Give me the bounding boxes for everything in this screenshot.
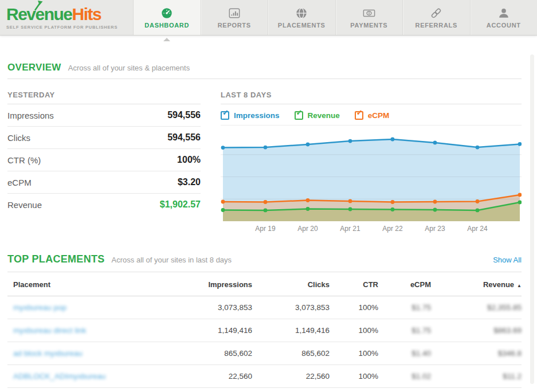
nav-tab-dashboard[interactable]: DASHBOARD [133,0,201,35]
revenuehits-logo[interactable]: RevenueHits SELF SERVICE PLATFORM FOR PU… [0,0,133,35]
show-all-link[interactable]: Show All [493,256,522,264]
metric-row-impressions: Impressions594,556 [7,104,201,127]
data-point [221,146,225,150]
cell-clicks: 1,149,416 [252,319,330,342]
table-row: ADBLOCK_ADImyxbureau22,56022,560100%$1.0… [7,365,522,388]
data-point [433,141,437,145]
metric-value: 594,556 [167,110,201,120]
checked-checkbox-icon[interactable] [355,111,363,120]
gauge-icon [160,7,173,20]
placement-link[interactable]: ad block myxbureau [7,342,163,364]
column-header-revenue[interactable]: Revenue▲ [431,272,522,296]
table-body: myxbureau pop3,073,8533,073,853100%$1.75… [7,296,522,388]
cell-impressions: 865,602 [163,342,252,364]
cell-ctr: 100% [330,342,378,364]
table-header-row: PlacementImpressionsClicksCTReCPMRevenue… [7,272,522,296]
legend-item-impressions[interactable]: Impressions [221,111,280,120]
metric-row-ctr: CTR (%)100% [7,149,201,171]
metric-label: eCPM [7,178,32,187]
cell-revenue: $863.69 [431,319,522,342]
main-content: OVERVIEW Across all of your sites & plac… [0,62,537,388]
checked-checkbox-icon[interactable] [221,111,229,120]
yesterday-title: YESTERDAY [7,91,201,104]
logo-tagline: SELF SERVICE PLATFORM FOR PUBLISHERS [6,25,133,30]
top-placements-section: TOP PLACEMENTS Across all of your sites … [7,253,522,388]
placements-table: PlacementImpressionsClicksCTReCPMRevenue… [7,272,522,388]
checked-checkbox-icon[interactable] [295,111,303,120]
cell-revenue: $346.8 [431,342,522,364]
nav-tab-reports[interactable]: REPORTS [201,0,268,35]
top-placements-title: TOP PLACEMENTS [7,253,105,265]
metric-label: Impressions [7,111,54,120]
cell-ecpm: $1.75 [378,296,431,319]
area-chart [221,132,522,221]
column-header-impressions[interactable]: Impressions [163,272,252,296]
metric-row-revenue: Revenue$1,902.57 [7,194,201,215]
nav-tab-label: PAYMENTS [350,22,387,29]
logo-text: RevenueHits [6,6,133,23]
cell-clicks: 865,602 [252,342,330,364]
overview-subtitle: Across all of your sites & placements [68,64,190,72]
nav-tab-label: ACCOUNT [487,22,521,29]
cell-impressions: 1,149,416 [163,319,252,342]
x-axis-label: Apr 23 [425,225,445,233]
metric-row-clicks: Clicks594,556 [7,127,201,149]
metric-value: 100% [177,155,201,165]
metric-label: CTR (%) [7,155,41,165]
globe-icon [295,7,308,20]
data-point [221,208,225,212]
x-axis-label: Apr 24 [467,225,487,233]
page-scrollbar[interactable] [530,54,534,384]
cell-ecpm: $1.40 [378,342,431,364]
data-point [306,143,310,147]
placement-link[interactable]: ADBLOCK_ADImyxbureau [7,365,163,387]
data-point [391,200,395,204]
data-point [306,198,310,202]
nav-tab-label: REFERRALS [415,22,457,29]
data-point [433,200,437,204]
legend-label: eCPM [368,111,390,120]
nav-tab-referrals[interactable]: REFERRALS [402,0,470,35]
legend-item-ecpm[interactable]: eCPM [355,111,390,120]
growth-arrow-icon [33,1,43,11]
cell-clicks: 22,560 [252,365,330,387]
data-point [476,199,480,203]
legend-label: Revenue [308,111,340,120]
metric-value: $1,902.57 [160,199,201,210]
column-header-placement[interactable]: Placement [7,272,163,296]
x-axis-label: Apr 20 [297,225,318,233]
metric-label: Revenue [7,200,42,210]
chart-legend: ImpressionsRevenueeCPM [221,104,522,126]
nav-tab-account[interactable]: ACCOUNT [470,0,537,35]
nav-tab-label: PLACEMENTS [278,22,326,29]
data-point [264,200,268,204]
metric-label: Clicks [7,133,30,143]
column-header-ctr[interactable]: CTR [330,272,378,296]
placement-link[interactable]: myxbureau direct link [7,319,163,342]
data-point [476,146,480,150]
placement-link[interactable]: myxbureau pop [7,296,163,319]
table-row: myxbureau pop3,073,8533,073,853100%$1.75… [7,296,522,319]
nav-tab-payments[interactable]: PAYMENTS [335,0,403,35]
metric-row-ecpm: eCPM$3.20 [7,171,201,194]
cell-impressions: 3,073,853 [163,296,252,319]
data-point [264,146,268,150]
data-point [476,209,480,213]
banknote-icon [363,7,375,20]
metric-value: 594,556 [167,132,201,143]
column-header-clicks[interactable]: Clicks [252,272,330,296]
data-point [391,138,395,142]
top-placements-subtitle: Across all of your sites in last 8 days [112,256,232,264]
legend-item-revenue[interactable]: Revenue [295,111,340,120]
bar-chart-icon [228,7,241,20]
data-point [348,139,352,143]
sort-arrow-icon: ▲ [517,283,522,288]
nav-tab-label: REPORTS [218,22,251,29]
nav-tab-placements[interactable]: PLACEMENTS [268,0,335,35]
column-header-ecpm[interactable]: eCPM [378,272,431,296]
cell-ecpm: $1.02 [378,365,431,387]
legend-label: Impressions [234,111,280,120]
overview-divider [7,79,522,79]
table-row: ad block myxbureau865,602865,602100%$1.4… [7,342,522,365]
x-axis-label: Apr 19 [255,225,275,233]
